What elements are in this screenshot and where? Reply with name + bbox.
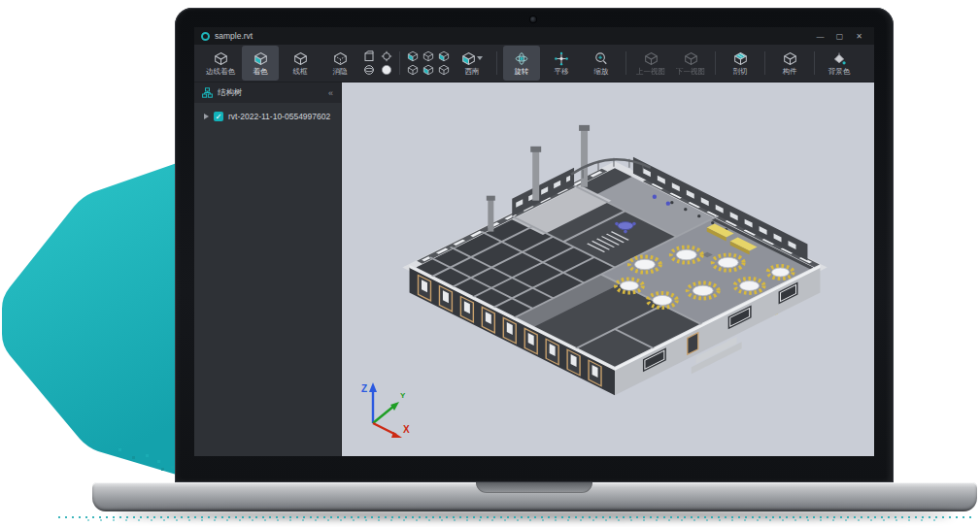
teal-dotted-line: [58, 516, 976, 518]
view-front-icon[interactable]: [422, 50, 434, 62]
paint-bucket-icon: [831, 51, 847, 66]
page: sample.rvt — ▢ ✕ 边线着色 着色: [0, 0, 980, 527]
toolbar-separator: [764, 51, 765, 75]
view-bottom-icon[interactable]: [407, 64, 419, 76]
section-cut-cube-icon: [733, 51, 748, 66]
next-view-cube-icon: [684, 51, 698, 66]
tree-item-label: rvt-2022-11-10-0554997602: [228, 112, 330, 121]
prev-view-cube-icon: [644, 51, 659, 66]
hexagon-graphic: [0, 153, 199, 488]
laptop-lid: sample.rvt — ▢ ✕ 边线着色 着色: [175, 8, 894, 482]
display-mode-shaded-button[interactable]: 着色: [242, 46, 279, 81]
wire-sphere-icon[interactable]: [363, 64, 375, 76]
hexagon-dissolve-dots: [146, 454, 149, 457]
axis-z-label: Z: [361, 383, 367, 394]
view-southwest-button[interactable]: 西南: [454, 46, 490, 81]
toolbar-separator: [625, 51, 626, 75]
display-mode-wireframe-button[interactable]: 线框: [282, 46, 319, 81]
toolbar: 边线着色 着色 线框 消隐: [194, 45, 874, 82]
zoom-magnifier-icon: [593, 51, 609, 66]
previous-view-button[interactable]: 上一视图: [632, 46, 669, 81]
component-button[interactable]: 构件: [771, 46, 808, 81]
axis-y-label: Y: [400, 391, 406, 400]
view-back-icon[interactable]: [422, 64, 434, 76]
axis-triad: Z Y X: [359, 379, 414, 439]
shaded-sphere-icon[interactable]: [381, 64, 392, 76]
expand-caret-icon[interactable]: [204, 114, 209, 119]
tree-item-model-root[interactable]: rvt-2022-11-10-0554997602: [194, 103, 341, 121]
view-cube-icon: [461, 51, 476, 66]
cube-hidden-line-icon: [333, 51, 348, 66]
reset-view-button[interactable]: 复位: [863, 46, 874, 81]
component-cube-icon: [783, 51, 797, 66]
3d-viewport[interactable]: Z Y X: [342, 82, 874, 456]
toolbar-separator: [496, 51, 497, 75]
laptop-base: [92, 482, 977, 511]
app-window: sample.rvt — ▢ ✕ 边线着色 着色: [194, 27, 874, 456]
rotate-tool-button[interactable]: 旋转: [503, 46, 540, 81]
orbit-rotate-icon: [514, 51, 529, 66]
next-view-button[interactable]: 下一视图: [672, 46, 709, 81]
toolbar-separator: [814, 51, 815, 75]
structure-tree-title: 结构树: [218, 87, 243, 99]
background-color-button[interactable]: 背景色: [821, 46, 858, 81]
pan-tool-button[interactable]: 平移: [543, 46, 580, 81]
display-mode-hidden-line-button[interactable]: 消隐: [321, 46, 358, 81]
app-logo-icon: [201, 32, 210, 41]
axis-x-label: X: [403, 424, 410, 435]
structure-tree-header: 结构树 «: [194, 82, 341, 103]
structure-tree-panel: 结构树 « rvt-2022-11-10-0554997602: [194, 82, 342, 456]
perspective-target-icon[interactable]: [381, 50, 392, 62]
view-top-icon[interactable]: [407, 50, 419, 62]
cube-shaded-icon: [253, 51, 268, 66]
close-button[interactable]: ✕: [851, 29, 867, 43]
zoom-tool-button[interactable]: 缩放: [583, 46, 620, 81]
ortho-view-icon[interactable]: [363, 50, 375, 62]
display-mode-edges-shaded-button[interactable]: 边线着色: [202, 46, 239, 81]
dropdown-caret-icon: [477, 56, 483, 60]
view-left-icon[interactable]: [438, 50, 450, 62]
render-option-toggles: [361, 50, 393, 76]
maximize-button[interactable]: ▢: [831, 29, 848, 43]
teal-dotted-line-secondary: [87, 519, 942, 521]
tree-icon: [202, 87, 213, 98]
bim-model: [342, 82, 874, 456]
section-cut-button[interactable]: 剖切: [722, 46, 759, 81]
standard-view-grid: [406, 50, 451, 76]
webcam-icon: [530, 16, 536, 22]
pan-arrows-icon: [554, 51, 569, 66]
collapse-panel-button[interactable]: «: [328, 88, 333, 98]
toolbar-separator: [399, 51, 400, 75]
toolbar-separator: [715, 51, 716, 75]
view-right-icon[interactable]: [438, 64, 450, 76]
visibility-checkbox[interactable]: [214, 112, 223, 121]
cube-wireframe-icon: [293, 51, 308, 66]
laptop-lid-notch: [476, 482, 592, 493]
cube-edges-shaded-icon: [214, 51, 228, 66]
minimize-button[interactable]: —: [812, 29, 828, 43]
title-bar: sample.rvt — ▢ ✕: [194, 27, 874, 45]
window-title: sample.rvt: [215, 31, 253, 41]
